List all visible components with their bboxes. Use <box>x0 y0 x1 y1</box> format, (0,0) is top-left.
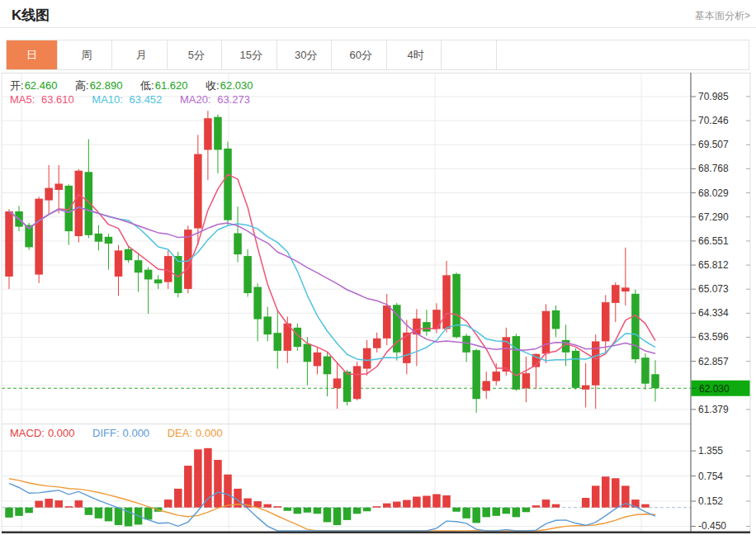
svg-text:62.857: 62.857 <box>698 356 729 367</box>
svg-text:63.596: 63.596 <box>698 331 729 343</box>
tab-15min[interactable]: 15分 <box>226 40 277 69</box>
tab-month[interactable]: 月 <box>116 40 168 69</box>
page-title: K线图 <box>12 6 50 25</box>
svg-text:1.355: 1.355 <box>698 445 723 457</box>
tab-week[interactable]: 周 <box>61 40 112 69</box>
tab-30min[interactable]: 30分 <box>281 40 332 69</box>
svg-text:61.379: 61.379 <box>698 404 729 415</box>
tab-day[interactable]: 日 <box>7 40 58 69</box>
svg-text:65.073: 65.073 <box>698 283 729 295</box>
svg-text:-0.450: -0.450 <box>698 520 726 532</box>
tab-spacer <box>446 40 497 69</box>
period-tabbar: 日 周 月 5分 15分 30分 60分 4时 <box>6 40 749 70</box>
tab-4hour[interactable]: 4时 <box>390 40 442 69</box>
svg-text:62.030: 62.030 <box>699 383 730 395</box>
svg-text:67.290: 67.290 <box>698 211 729 223</box>
grid-layer <box>2 73 691 532</box>
svg-text:68.029: 68.029 <box>698 187 729 199</box>
svg-text:70.246: 70.246 <box>698 115 729 126</box>
last-price-tag: 62.030 <box>692 381 750 396</box>
candles-layer <box>2 111 691 413</box>
svg-text:69.507: 69.507 <box>698 139 729 150</box>
svg-text:65.812: 65.812 <box>698 259 729 271</box>
svg-text:0.754: 0.754 <box>698 471 723 482</box>
svg-text:0.152: 0.152 <box>698 495 723 507</box>
macd-layer <box>5 448 655 531</box>
kline-chart[interactable]: 70.98570.24669.50768.76868.02967.29066.5… <box>0 73 756 535</box>
svg-text:70.985: 70.985 <box>698 91 729 102</box>
chart-canvas[interactable]: 70.98570.24669.50768.76868.02967.29066.5… <box>0 73 756 535</box>
kline-page: K线图 基本面分析> 日 周 月 5分 15分 30分 60分 4时 70.98… <box>0 0 756 535</box>
page-header: K线图 基本面分析> <box>0 0 756 28</box>
svg-text:68.768: 68.768 <box>698 163 729 174</box>
tab-60min[interactable]: 60分 <box>336 40 387 69</box>
kline-chart-svg: 70.98570.24669.50768.76868.02967.29066.5… <box>0 73 756 535</box>
svg-text:64.334: 64.334 <box>698 307 729 319</box>
tab-5min[interactable]: 5分 <box>171 40 222 69</box>
fundamental-analysis-link[interactable]: 基本面分析> <box>695 9 750 23</box>
svg-text:66.551: 66.551 <box>698 235 729 247</box>
